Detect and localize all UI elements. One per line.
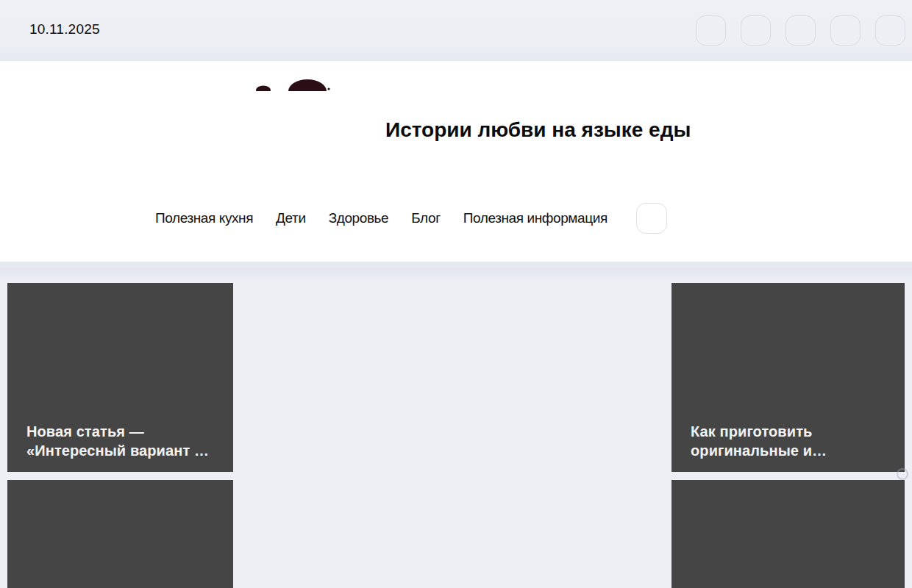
social-link-button-2[interactable]	[741, 15, 771, 46]
article-card[interactable]	[7, 480, 233, 588]
topbar-actions	[696, 15, 905, 46]
nav-item-poleznaya-informaciya[interactable]: Полезная информация	[463, 210, 608, 226]
page: 10.11.2025 Истории любви на языке еды По…	[0, 0, 912, 588]
search-button[interactable]	[636, 203, 667, 234]
article-card-title: Как приготовить оригинальные и…	[691, 422, 856, 460]
nav-item-poleznaya-kuhnya[interactable]: Полезная кухня	[155, 210, 253, 226]
social-link-button-5[interactable]	[875, 15, 905, 46]
nav-item-zdorove[interactable]: Здоровье	[329, 210, 389, 226]
nav-item-blog[interactable]: Блог	[411, 210, 440, 226]
social-link-button-3[interactable]	[785, 15, 816, 46]
current-date: 10.11.2025	[29, 21, 100, 37]
site-title[interactable]: Истории любви на языке еды	[385, 119, 691, 141]
article-card[interactable]	[671, 480, 905, 588]
header-shadow-divider	[0, 262, 912, 282]
loader-icon	[897, 468, 908, 480]
article-card[interactable]: Новая статья — «Интересный вариант …	[7, 283, 233, 472]
site-logo[interactable]	[243, 70, 338, 91]
topbar: 10.11.2025	[0, 0, 912, 61]
article-card[interactable]: Как приготовить оригинальные и…	[671, 283, 905, 472]
main-nav: Полезная кухня Дети Здоровье Блог Полезн…	[155, 202, 667, 234]
site-header: Истории любви на языке еды Полезная кухн…	[0, 61, 912, 262]
article-card-title: Новая статья — «Интересный вариант …	[26, 422, 216, 460]
social-link-button-1[interactable]	[696, 15, 726, 46]
social-link-button-4[interactable]	[830, 15, 861, 46]
nav-item-deti[interactable]: Дети	[276, 210, 306, 226]
logo-image-icon	[243, 70, 338, 91]
